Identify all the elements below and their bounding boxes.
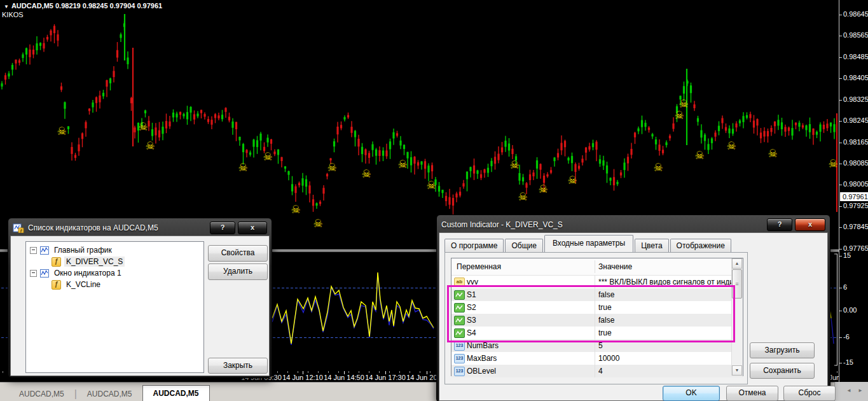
price-tick-label: 0.98245 (843, 116, 868, 124)
parameter-value[interactable]: 5 (598, 341, 741, 350)
chart-tabs: AUDCAD,M5|AUDCAD,M5AUDCAD,M5 (9, 384, 210, 401)
indicators-list-titlebar[interactable]: f Список индикаторов на AUDCAD,M5 ? x (10, 220, 270, 236)
indicator-overlay-label: KIKOS (2, 11, 24, 18)
close-dialog-button[interactable]: Закрыть (208, 358, 268, 374)
time-tick (338, 371, 339, 373)
skull-signal-icon: ☠ (509, 158, 519, 171)
ok-button[interactable]: OK (663, 386, 720, 401)
time-label: 14 Jun 14:50 (324, 374, 364, 381)
time-tick (308, 371, 308, 373)
help-button[interactable]: ? (210, 222, 235, 234)
price-tick-label: 0.97925 (843, 202, 868, 209)
sub-tick-label: 6 (843, 283, 847, 291)
tree-item[interactable]: Окно индикатора 1 (26, 267, 203, 279)
custom-indicator-title: Custom Indicator - K_DIVER_VC_S (441, 220, 764, 229)
scroll-right-icon[interactable]: ► (858, 388, 863, 393)
parameter-value[interactable]: 4 (598, 367, 741, 376)
scroll-up-icon[interactable]: ▲ (732, 258, 742, 269)
chart-window-icon (40, 246, 49, 255)
skull-signal-icon: ☠ (138, 120, 148, 133)
price-tick-dash (839, 121, 842, 122)
price-tick-dash (839, 227, 842, 228)
parameter-value[interactable]: 10000 (598, 354, 741, 363)
time-tick (287, 371, 288, 373)
sub-tick-label: -15 (843, 358, 853, 366)
indicator-fx-icon: ƒ (52, 280, 61, 290)
tree-item[interactable]: ƒK_VCLine (26, 279, 203, 290)
custom-indicator-titlebar[interactable]: Custom Indicator - K_DIVER_VC_S ? x (439, 217, 828, 232)
skull-signal-icon: ☠ (653, 161, 663, 174)
indicators-list-dialog: f Список индикаторов на AUDCAD,M5 ? x Гл… (8, 218, 272, 378)
column-header-value: Значение (598, 262, 632, 271)
number-param-icon: 123 (454, 354, 465, 363)
scroll-down-icon[interactable]: ▼ (732, 365, 742, 376)
price-tick-label: 0.98085 (843, 159, 868, 167)
parameter-name: NumBars (467, 341, 499, 350)
tab-отображение[interactable]: Отображение (670, 239, 731, 252)
time-tick (420, 371, 420, 373)
close-button[interactable]: x (238, 222, 267, 234)
parameter-row[interactable]: 123MaxBars10000 (451, 352, 743, 365)
tab-цвета[interactable]: Цвета (635, 239, 668, 252)
chart-tab[interactable]: AUDCAD,M5 (77, 387, 142, 401)
chevron-down-icon[interactable]: ▼ (4, 4, 9, 10)
price-tick-dash (839, 57, 842, 58)
skull-signal-icon: ☠ (768, 147, 777, 160)
tree-item[interactable]: ƒK_DIVER_VC_S (26, 256, 203, 267)
skull-signal-icon: ☠ (263, 150, 272, 163)
time-tick (379, 371, 380, 373)
skull-signal-icon: ☠ (57, 125, 66, 137)
time-label: 14 Jun 12:10 (282, 374, 323, 381)
indicators-tree[interactable]: Главный графикƒK_DIVER_VC_SОкно индикато… (25, 241, 204, 373)
column-divider (595, 260, 595, 273)
chart-tab[interactable]: AUDCAD,M5 (142, 385, 210, 401)
number-param-icon: 123 (454, 367, 465, 376)
time-tick (410, 371, 410, 373)
skull-signal-icon: ☠ (726, 139, 736, 152)
delete-button[interactable]: Удалить (208, 264, 268, 280)
collapse-expander-icon[interactable] (30, 270, 37, 277)
tab-входные-параметры[interactable]: Входные параметры (544, 235, 633, 252)
time-tick (328, 371, 329, 373)
price-tick-dash (839, 185, 842, 185)
current-price-label: 0.97961 (840, 192, 868, 201)
parameter-name: OBLevel (467, 367, 496, 376)
time-tick (837, 371, 837, 373)
tab-общие[interactable]: Общие (505, 239, 542, 252)
price-tick-dash (839, 143, 842, 143)
sub-tick-label: -6 (843, 333, 850, 341)
close-button[interactable]: x (795, 218, 825, 231)
skull-signal-icon: ☠ (291, 203, 300, 216)
reset-button[interactable]: Сброс (783, 386, 836, 401)
chart-tab[interactable]: AUDCAD,M5 (9, 387, 74, 401)
price-tick-dash (839, 78, 842, 79)
price-tick-dash (839, 15, 842, 15)
load-button[interactable]: Загрузить (750, 342, 815, 358)
skull-signal-icon: ☠ (327, 161, 336, 174)
skull-signal-icon: ☠ (397, 158, 407, 171)
cancel-button[interactable]: Отмена (726, 386, 778, 401)
help-button[interactable]: ? (767, 218, 792, 231)
scroll-left-icon[interactable]: ◄ (846, 388, 851, 393)
price-tick-label: 0.97845 (843, 223, 868, 230)
parameters-table-header: Переменная Значение (451, 258, 743, 276)
skull-signal-icon: ☠ (238, 161, 247, 174)
skull-signal-icon: ☠ (313, 217, 322, 230)
tree-item[interactable]: Главный график (26, 244, 203, 256)
time-tick (369, 371, 369, 373)
time-tick (318, 371, 319, 373)
parameter-row[interactable]: 123OBLevel4 (451, 365, 743, 377)
horizontal-scrollbar[interactable]: ◄ ► (834, 382, 868, 401)
tab-о-программе[interactable]: О программе (444, 239, 504, 252)
price-tick-dash (839, 100, 842, 101)
tree-item-label: Главный график (52, 245, 114, 255)
properties-button[interactable]: Свойства (208, 245, 268, 262)
symbol-ohlc-text: AUDCAD,M5 0.98219 0.98245 0.97904 0.9796… (11, 2, 162, 10)
save-button[interactable]: Сохранить (750, 363, 815, 379)
sub-tick-label: 0.00 (843, 306, 857, 314)
price-tick-label: 0.98325 (843, 95, 868, 103)
collapse-expander-icon[interactable] (30, 247, 37, 254)
time-tick (298, 371, 298, 373)
price-tick-label: 0.98005 (843, 180, 868, 188)
price-scale[interactable]: 0.986450.985650.984850.984050.983250.982… (839, 0, 868, 382)
